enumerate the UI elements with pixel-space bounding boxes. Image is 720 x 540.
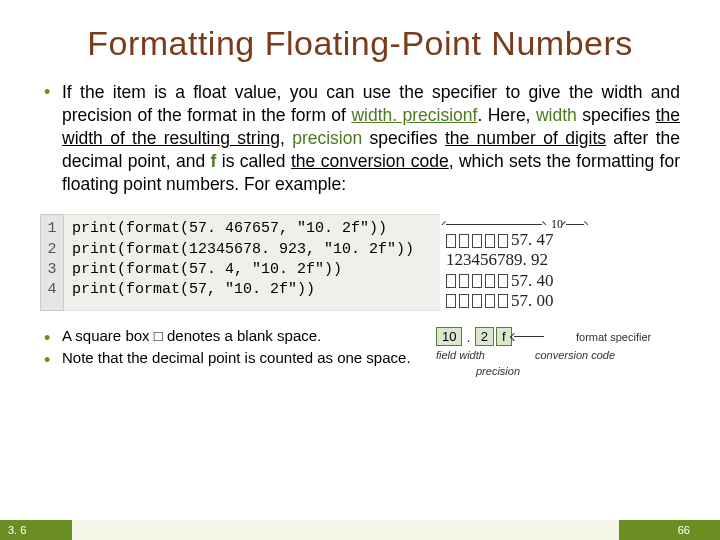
para-text: specifies	[577, 105, 656, 125]
notes-region: A square box □ denotes a blank space. No…	[40, 325, 680, 377]
note-line: A square box □ denotes a blank space.	[40, 325, 420, 347]
blank-box-icon	[446, 294, 456, 308]
spec-width-box: 10	[436, 327, 462, 346]
blank-box-icon	[472, 234, 482, 248]
blank-box-icon	[459, 234, 469, 248]
slide-title: Formatting Floating-Point Numbers	[40, 24, 680, 63]
width-arrow-icon	[566, 224, 584, 225]
para-text: specifies	[362, 128, 445, 148]
code-line: print(format(12345678. 923, "10. 2f"))	[72, 240, 432, 260]
output-row: 57. 40	[446, 271, 680, 291]
blank-box-icon	[485, 294, 495, 308]
spec-label: format specifier	[576, 331, 651, 343]
arrow-icon	[514, 336, 544, 337]
output-row: 57. 47	[446, 230, 680, 250]
blank-box-icon	[459, 274, 469, 288]
format-spec-diagram: format specifier 10 . 2 f field width co…	[436, 325, 666, 377]
code-line: print(format(57, "10. 2f"))	[72, 280, 432, 300]
line-gutter: 1 2 3 4	[40, 214, 64, 311]
blank-box-icon	[459, 294, 469, 308]
para-text: ,	[280, 128, 292, 148]
blank-box-icon	[472, 294, 482, 308]
line-number: 3	[41, 260, 63, 280]
format-pattern: width. precisionf	[351, 105, 477, 125]
blank-box-icon	[498, 274, 508, 288]
spec-dot: .	[464, 328, 472, 345]
line-number: 4	[41, 280, 63, 300]
blank-box-icon	[446, 274, 456, 288]
output-row: 123456789. 92	[446, 251, 680, 271]
output-row: 57. 00	[446, 291, 680, 311]
spec-fieldwidth-label: field width	[436, 349, 485, 361]
line-number: 2	[41, 240, 63, 260]
blank-box-icon	[485, 234, 495, 248]
main-paragraph: If the item is a float value, you can us…	[40, 81, 680, 196]
note-line: Note that the decimal point is counted a…	[40, 347, 420, 369]
spec-precision-label: precision	[476, 365, 520, 377]
line-number: 1	[41, 219, 63, 239]
code-line: print(format(57. 4, "10. 2f"))	[72, 260, 432, 280]
blank-box-icon	[446, 234, 456, 248]
output-value: 57. 00	[511, 290, 554, 313]
code-line: print(format(57. 467657, "10. 2f"))	[72, 219, 432, 239]
page-number: 66	[648, 524, 720, 536]
kw-precision: precision	[292, 128, 362, 148]
u-code-def: the conversion code	[291, 151, 449, 171]
code-region: 1 2 3 4 print(format(57. 467657, "10. 2f…	[40, 214, 680, 311]
blank-box-icon	[498, 294, 508, 308]
slide: Formatting Floating-Point Numbers If the…	[0, 0, 720, 540]
u-precision-def: the number of digits	[445, 128, 606, 148]
code-box: print(format(57. 467657, "10. 2f")) prin…	[64, 214, 440, 311]
width-arrow-icon	[446, 224, 542, 225]
output-column: 10 57. 47 123456789. 92 57. 40 57. 00	[446, 214, 680, 311]
blank-box-icon	[485, 274, 495, 288]
section-number: 3. 6	[0, 524, 34, 536]
blank-box-icon	[472, 274, 482, 288]
para-text: . Here,	[477, 105, 535, 125]
spec-convcode-label: conversion code	[535, 349, 615, 361]
para-text: is called	[216, 151, 291, 171]
spec-label-text: format specifier	[576, 331, 651, 343]
slide-footer: 3. 6 66	[0, 520, 720, 540]
kw-width: width	[536, 105, 577, 125]
spec-precision-box: 2	[475, 327, 494, 346]
blank-box-icon	[498, 234, 508, 248]
